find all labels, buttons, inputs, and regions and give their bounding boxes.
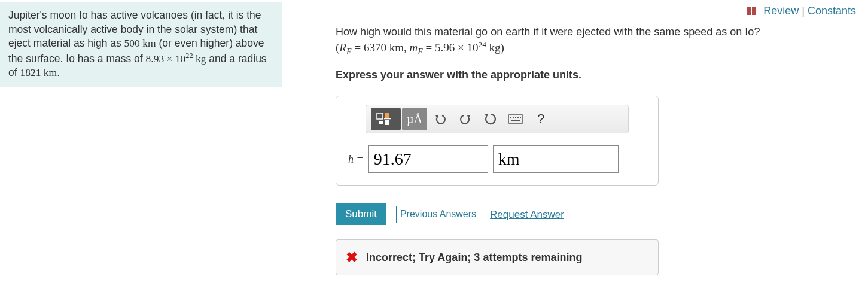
unit-input[interactable] — [493, 145, 619, 173]
reset-button[interactable] — [479, 108, 502, 130]
svg-rect-11 — [517, 117, 519, 118]
svg-rect-1 — [752, 7, 756, 15]
svg-rect-2 — [377, 113, 383, 119]
answer-box: µÅ — [336, 96, 659, 186]
value-input[interactable] — [368, 145, 488, 173]
units-button[interactable]: µÅ — [402, 108, 427, 130]
svg-rect-8 — [510, 117, 511, 118]
svg-rect-0 — [747, 7, 751, 15]
variable-label: h = — [348, 152, 364, 167]
svg-rect-7 — [508, 115, 523, 123]
top-links: Review | Constants — [318, 2, 862, 25]
editor-toolbar: µÅ — [366, 105, 629, 133]
constants-link[interactable]: Constants — [808, 5, 856, 17]
question-prompt: How high would this material go on earth… — [336, 25, 844, 39]
answer-inputs: h = — [348, 145, 646, 173]
svg-rect-13 — [511, 120, 520, 121]
redo-button[interactable] — [453, 108, 477, 130]
context-height: 500 km — [124, 37, 156, 49]
svg-rect-6 — [379, 121, 383, 124]
request-answer-link[interactable]: Request Answer — [490, 208, 564, 222]
svg-rect-12 — [520, 117, 521, 118]
feedback-text: Incorrect; Try Again; 3 attempts remaini… — [366, 250, 582, 265]
undo-button[interactable] — [428, 108, 452, 130]
book-icon — [746, 6, 757, 19]
svg-rect-3 — [385, 113, 389, 118]
help-button[interactable]: ? — [529, 108, 553, 130]
submit-button[interactable]: Submit — [336, 203, 386, 225]
context-radius: 1821 km — [20, 66, 57, 78]
question-given: (RE = 6370 km, mE = 5.96 × 1024 kg) — [336, 39, 844, 58]
feedback-box: ✖ Incorrect; Try Again; 3 attempts remai… — [336, 239, 659, 275]
svg-rect-9 — [513, 117, 514, 118]
context-mass: 8.93 × 1022 kg — [146, 53, 206, 65]
svg-rect-10 — [515, 117, 516, 118]
actions-row: Submit Previous Answers Request Answer — [336, 203, 844, 225]
svg-rect-4 — [385, 120, 389, 125]
previous-answers-link[interactable]: Previous Answers — [396, 206, 480, 223]
problem-context: Jupiter's moon Io has active volcanoes (… — [0, 2, 282, 87]
review-link[interactable]: Review — [763, 5, 799, 17]
incorrect-icon: ✖ — [346, 247, 358, 267]
keyboard-button[interactable] — [504, 108, 528, 130]
templates-button[interactable] — [371, 108, 401, 130]
instruction: Express your answer with the appropriate… — [336, 68, 844, 83]
